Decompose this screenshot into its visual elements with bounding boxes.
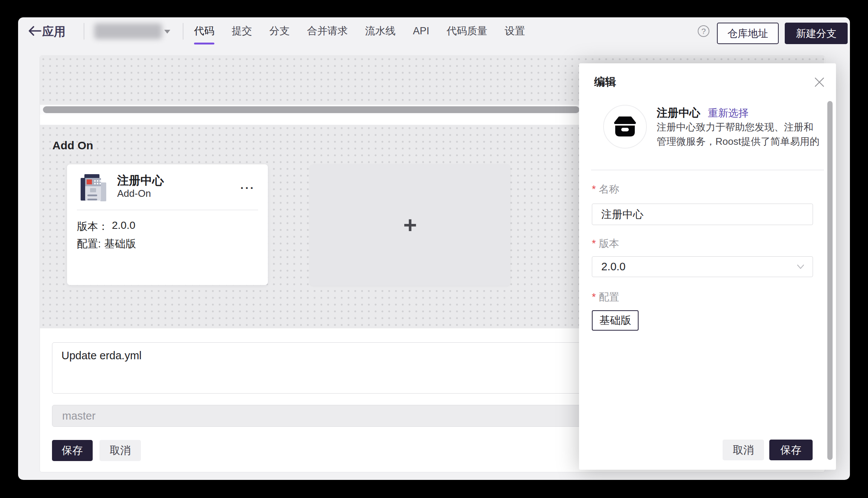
close-icon[interactable] bbox=[814, 77, 825, 87]
plus-icon: + bbox=[403, 213, 417, 237]
divider bbox=[84, 23, 84, 40]
version-field-label: *版本 bbox=[592, 237, 619, 250]
addon-logo-circle bbox=[603, 105, 647, 149]
divider bbox=[77, 210, 258, 210]
nav-tabs: 代码 提交 分支 合并请求 流水线 API 代码质量 设置 bbox=[194, 17, 525, 44]
drawer-save-button[interactable]: 保存 bbox=[769, 440, 813, 460]
archive-box-icon bbox=[613, 115, 637, 139]
chevron-down-icon[interactable] bbox=[164, 30, 170, 34]
addon-card[interactable]: 注册中心 Add-On ··· 版本： 2.0.0 配置: 基础版 bbox=[67, 164, 268, 285]
save-button[interactable]: 保存 bbox=[52, 440, 93, 461]
addon-description-line1: 注册中心致力于帮助您发现、注册和 bbox=[657, 121, 868, 134]
top-navbar: 应用 代码 提交 分支 合并请求 流水线 API 代码质量 设置 ? 仓库地址 … bbox=[18, 17, 850, 44]
required-marker: * bbox=[592, 291, 596, 303]
version-label-text: 版本 bbox=[599, 238, 619, 249]
tab-branches[interactable]: 分支 bbox=[269, 17, 290, 44]
version-value: 2.0.0 bbox=[112, 219, 135, 234]
config-option-button[interactable]: 基础版 bbox=[592, 310, 639, 331]
divider bbox=[183, 23, 183, 40]
config-field-label: *配置 bbox=[592, 290, 619, 304]
more-menu-icon[interactable]: ··· bbox=[240, 182, 255, 195]
page-title: 应用 bbox=[42, 24, 66, 40]
addon-card-title: 注册中心 bbox=[117, 173, 164, 188]
tab-merge-requests[interactable]: 合并请求 bbox=[307, 17, 348, 44]
chevron-down-icon bbox=[797, 264, 804, 270]
tab-code[interactable]: 代码 bbox=[194, 17, 214, 44]
page: 应用 代码 提交 分支 合并请求 流水线 API 代码质量 设置 ? 仓库地址 … bbox=[0, 0, 868, 498]
tab-api[interactable]: API bbox=[413, 17, 429, 44]
divider bbox=[591, 170, 824, 170]
addon-name: 注册中心 bbox=[657, 106, 700, 121]
cancel-button[interactable]: 取消 bbox=[99, 440, 141, 461]
config-value: 基础版 bbox=[104, 237, 136, 251]
help-icon[interactable]: ? bbox=[698, 25, 709, 37]
tab-code-quality[interactable]: 代码质量 bbox=[447, 17, 487, 44]
vertical-scrollbar[interactable] bbox=[827, 101, 833, 460]
addon-card-subtitle: Add-On bbox=[117, 188, 151, 199]
app-name-blurred[interactable] bbox=[94, 23, 162, 39]
drawer-title: 编辑 bbox=[594, 75, 616, 90]
name-field-label: *名称 bbox=[592, 182, 619, 196]
config-label: 配置: bbox=[77, 237, 101, 251]
repo-address-button[interactable]: 仓库地址 bbox=[717, 23, 779, 44]
name-label-text: 名称 bbox=[599, 184, 619, 195]
tab-pipeline[interactable]: 流水线 bbox=[365, 17, 396, 44]
config-label-text: 配置 bbox=[599, 291, 619, 303]
required-marker: * bbox=[592, 184, 596, 195]
version-select[interactable]: 2.0.0 bbox=[592, 256, 813, 277]
add-addon-card[interactable]: + bbox=[310, 164, 510, 286]
new-branch-button[interactable]: 新建分支 bbox=[785, 23, 848, 44]
registry-printer-icon bbox=[81, 173, 107, 202]
reselect-link[interactable]: 重新选择 bbox=[708, 106, 749, 120]
drawer-cancel-button[interactable]: 取消 bbox=[723, 440, 764, 460]
addon-header-row: 注册中心 重新选择 bbox=[657, 106, 749, 121]
name-field-input[interactable] bbox=[592, 204, 813, 225]
addon-description-line2: 管理微服务，Roost提供了简单易用的 bbox=[657, 135, 868, 148]
addon-section-title: Add On bbox=[52, 139, 93, 152]
required-marker: * bbox=[592, 238, 596, 249]
addon-version-row: 版本： 2.0.0 bbox=[77, 219, 135, 234]
version-label: 版本： bbox=[77, 219, 108, 234]
tab-commits[interactable]: 提交 bbox=[232, 17, 252, 44]
back-arrow-icon[interactable] bbox=[28, 26, 41, 36]
addon-config-row: 配置: 基础版 bbox=[77, 237, 136, 251]
tab-settings[interactable]: 设置 bbox=[505, 17, 525, 44]
horizontal-scrollbar[interactable] bbox=[43, 106, 579, 113]
version-selected-value: 2.0.0 bbox=[601, 260, 626, 273]
edit-drawer: 编辑 注册中心 重新选择 注册中心致力于帮助您发现、注册和 管理微服务，Roos… bbox=[579, 63, 836, 470]
